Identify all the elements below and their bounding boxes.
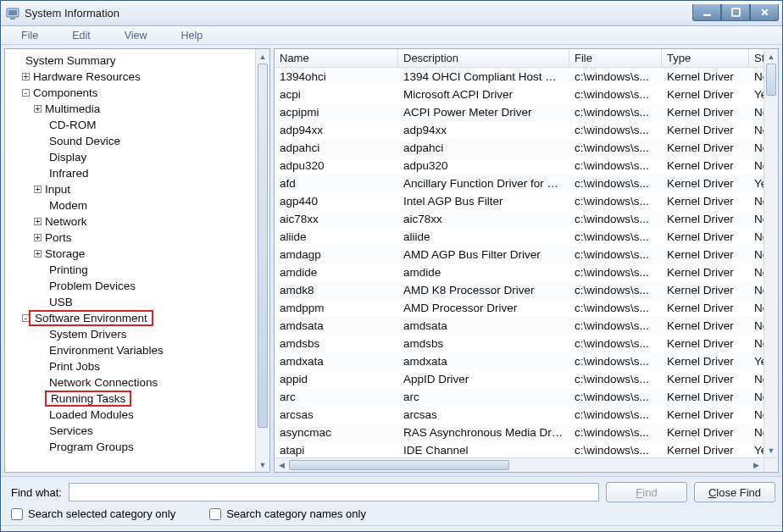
tree-item[interactable]: System Summary xyxy=(5,53,253,69)
table-row[interactable]: amdagpAMD AGP Bus Filter Driverc:\window… xyxy=(275,246,764,263)
menu-file[interactable]: File xyxy=(4,28,55,43)
cell-file: c:\windows\s... xyxy=(569,177,662,190)
expand-icon[interactable]: + xyxy=(22,73,30,80)
table-row[interactable]: adpu320adpu320c:\windows\s...Kernel Driv… xyxy=(275,157,764,175)
table-row[interactable]: appidAppID Driverc:\windows\s...Kernel D… xyxy=(275,370,764,388)
close-button[interactable] xyxy=(750,4,779,21)
minimize-button[interactable] xyxy=(692,4,721,21)
tree-item[interactable]: Display xyxy=(5,149,253,165)
tree-item[interactable]: Problem Devices xyxy=(5,278,253,294)
column-headers: Name Description File Type Start xyxy=(275,49,764,68)
table-row[interactable]: amdsbsamdsbsc:\windows\s...Kernel Driver… xyxy=(275,335,764,352)
list-h-scrollbar[interactable]: ◀ ▶ xyxy=(275,457,764,472)
table-row[interactable]: 1394ohci1394 OHCI Compliant Host Co...c:… xyxy=(275,68,764,86)
table-row[interactable]: amdppmAMD Processor Driverc:\windows\s..… xyxy=(275,299,764,317)
tree-item[interactable]: Program Groups xyxy=(5,439,253,455)
tree-item-label: Components xyxy=(31,86,100,99)
table-row[interactable]: aic78xxaic78xxc:\windows\s...Kernel Driv… xyxy=(275,210,764,228)
tree-item[interactable]: CD-ROM xyxy=(5,117,253,133)
tree-item[interactable]: +Network xyxy=(5,213,253,230)
search-selected-only-check[interactable]: Search selected category only xyxy=(11,507,175,520)
table-row[interactable]: arcarcc:\windows\s...Kernel DriverNo xyxy=(275,388,764,406)
table-row[interactable]: asyncmacRAS Asynchronous Media Driverc:\… xyxy=(275,424,764,441)
search-category-names-only-check[interactable]: Search category names only xyxy=(209,507,366,520)
tree-item[interactable]: System Drivers xyxy=(5,326,253,342)
menu-help[interactable]: Help xyxy=(164,28,220,43)
table-row[interactable]: amdideamdidec:\windows\s...Kernel Driver… xyxy=(275,263,764,281)
tree-item[interactable]: -Components xyxy=(5,85,253,101)
driver-list[interactable]: 1394ohci1394 OHCI Compliant Host Co...c:… xyxy=(275,68,764,457)
collapse-icon[interactable]: - xyxy=(22,89,30,97)
tree-item[interactable]: +Hardware Resources xyxy=(5,69,253,85)
col-type[interactable]: Type xyxy=(662,49,749,67)
table-row[interactable]: adp94xxadp94xxc:\windows\s...Kernel Driv… xyxy=(275,121,764,139)
tree-item[interactable]: +Multimedia xyxy=(5,101,253,117)
col-description[interactable]: Description xyxy=(398,49,569,67)
tree-item[interactable]: Infrared xyxy=(5,165,253,181)
table-row[interactable]: agp440Intel AGP Bus Filterc:\windows\s..… xyxy=(275,192,764,210)
table-row[interactable]: adpahciadpahcic:\windows\s...Kernel Driv… xyxy=(275,139,764,157)
cell-desc: AMD AGP Bus Filter Driver xyxy=(398,248,569,261)
scroll-up-icon[interactable]: ▲ xyxy=(764,49,778,64)
table-row[interactable]: afdAncillary Function Driver for Wi...c:… xyxy=(275,175,764,192)
tree-item[interactable]: Running Tasks xyxy=(5,391,253,407)
scroll-thumb[interactable] xyxy=(766,64,776,96)
find-button[interactable]: Find xyxy=(606,482,687,502)
checkbox[interactable] xyxy=(209,508,221,520)
tree-item[interactable]: Modem xyxy=(5,197,253,213)
scroll-down-icon[interactable]: ▼ xyxy=(256,457,269,472)
list-v-scrollbar[interactable]: ▲ ▼ xyxy=(764,49,778,457)
col-name[interactable]: Name xyxy=(275,49,398,67)
col-file[interactable]: File xyxy=(569,49,662,67)
checkbox[interactable] xyxy=(11,508,23,520)
category-tree[interactable]: System Summary+Hardware Resources-Compon… xyxy=(5,49,255,472)
expand-icon[interactable]: + xyxy=(34,186,42,193)
tree-item[interactable]: Environment Variables xyxy=(5,342,253,358)
scroll-down-icon[interactable]: ▼ xyxy=(764,443,778,457)
tree-item[interactable]: Printing xyxy=(5,262,253,278)
tree-item[interactable]: +Input xyxy=(5,181,253,197)
expand-icon[interactable]: + xyxy=(34,234,42,241)
scroll-up-icon[interactable]: ▲ xyxy=(256,49,269,64)
tree-item[interactable]: +Ports xyxy=(5,230,253,246)
table-row[interactable]: aliidealiidec:\windows\s...Kernel Driver… xyxy=(275,228,764,246)
tree-item[interactable]: Network Connections xyxy=(5,374,253,391)
highlighted-category: Running Tasks xyxy=(45,391,131,407)
tree-item[interactable]: USB xyxy=(5,294,253,310)
menu-view[interactable]: View xyxy=(108,28,164,43)
cell-start: No xyxy=(749,373,764,385)
tree-item-label: Running Tasks xyxy=(49,392,127,405)
expand-icon[interactable]: + xyxy=(34,105,42,113)
table-row[interactable]: acpiMicrosoft ACPI Driverc:\windows\s...… xyxy=(275,86,764,103)
table-row[interactable]: amdsataamdsatac:\windows\s...Kernel Driv… xyxy=(275,317,764,335)
find-input[interactable] xyxy=(69,483,599,502)
expand-icon[interactable]: + xyxy=(34,250,42,258)
tree-item-label: Multimedia xyxy=(43,103,102,115)
scroll-thumb[interactable] xyxy=(258,64,268,428)
cell-start: Yes xyxy=(749,355,764,368)
expand-icon[interactable]: + xyxy=(34,218,42,225)
table-row[interactable]: amdk8AMD K8 Processor Driverc:\windows\s… xyxy=(275,281,764,299)
tree-item[interactable]: +Storage xyxy=(5,246,253,262)
tree-item[interactable]: Loaded Modules xyxy=(5,407,253,423)
table-row[interactable]: amdxataamdxatac:\windows\s...Kernel Driv… xyxy=(275,352,764,370)
close-find-button[interactable]: Close Find xyxy=(694,482,775,502)
tree-item[interactable]: Services xyxy=(5,423,253,439)
table-row[interactable]: arcsasarcsasc:\windows\s...Kernel Driver… xyxy=(275,406,764,424)
menu-edit[interactable]: Edit xyxy=(55,28,108,43)
cell-name: adpu320 xyxy=(275,159,398,172)
maximize-button[interactable] xyxy=(721,4,750,21)
cell-name: acpi xyxy=(275,88,398,101)
h-scroll-thumb[interactable] xyxy=(289,460,509,470)
cell-desc: adpu320 xyxy=(398,159,569,172)
tree-item[interactable]: Sound Device xyxy=(5,133,253,149)
tree-scrollbar[interactable]: ▲ ▼ xyxy=(255,49,269,472)
table-row[interactable]: acpipmiACPI Power Meter Driverc:\windows… xyxy=(275,103,764,121)
tree-item[interactable]: -Software Environment xyxy=(5,310,253,326)
tree-item[interactable]: Print Jobs xyxy=(5,358,253,374)
cell-file: c:\windows\s... xyxy=(569,337,662,350)
titlebar[interactable]: System Information xyxy=(1,1,782,26)
window-controls xyxy=(692,5,779,21)
tree-item-label: Environment Variables xyxy=(47,344,165,357)
table-row[interactable]: atapiIDE Channelc:\windows\s...Kernel Dr… xyxy=(275,441,764,457)
